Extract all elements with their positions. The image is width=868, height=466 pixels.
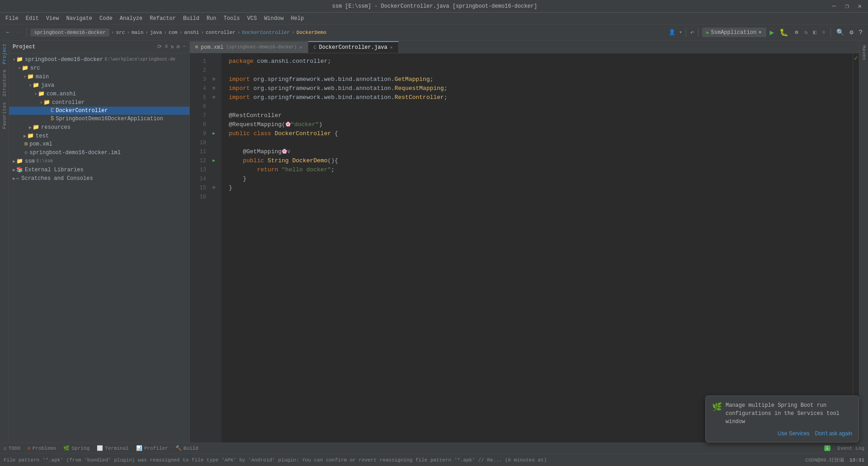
toolbar-undo[interactable]: ↶ [690,28,694,37]
collapse-all-icon[interactable]: ≡ [165,43,168,50]
tab-dockercontroller[interactable]: C DockerController.java ✕ [308,41,399,53]
tree-item-iml[interactable]: ◇ springboot-demo16-docker.iml [9,148,189,157]
menu-navigate[interactable]: Navigate [62,14,96,23]
tree-item-main[interactable]: ▾ 📁 main [9,72,189,81]
structure-toggle[interactable]: Structure [1,67,8,99]
minimize-panel-icon[interactable]: − [183,43,186,50]
folder-arrow-external-libs[interactable]: ▶ [13,167,15,173]
folder-arrow-scratches[interactable]: ▶ [13,176,15,181]
tab-pomxml[interactable]: m pom.xml (springboot-demo16-docker) ✕ [190,41,308,53]
menu-tools[interactable]: Tools [220,14,244,23]
update-button[interactable]: ↻ [802,29,809,36]
menu-edit[interactable]: Edit [22,14,42,23]
tree-item-test[interactable]: ▶ 📁 test [9,132,189,140]
run-config-chevron[interactable]: ▾ [758,29,761,36]
window-controls[interactable]: — ❐ ✕ [830,1,864,11]
tree-item-ssm[interactable]: ▶ 📁 ssm E:\ssm [9,157,189,165]
tab-profiler[interactable]: 📊 Profiler [136,445,168,451]
settings-button[interactable]: ⚙ [848,28,855,36]
tree-item-external-libs[interactable]: ▶ 📚 External Libraries [9,165,189,174]
help-button[interactable]: ? [857,29,864,36]
tree-item-pomxml[interactable]: m pom.xml [9,140,189,148]
breadcrumb-sep-5: › [179,30,183,35]
fold-marker-3[interactable]: ⊖ [212,77,215,82]
search-everywhere-button[interactable]: 🔍 [835,28,846,36]
tab-dockercontroller-close[interactable]: ✕ [390,45,393,50]
menu-refactor[interactable]: Refactor [146,14,179,23]
toolbar-forward-button[interactable]: → [14,28,23,37]
breadcrumb-src[interactable]: src [116,30,125,35]
menu-run[interactable]: Run [203,14,220,23]
tab-spring[interactable]: 🌿 Spring [63,445,90,451]
fold-marker-12[interactable]: ▶ [212,158,215,163]
tree-item-springboot[interactable]: ▾ 📁 springboot-demo16-docker E:\workplac… [9,55,189,64]
tree-item-java[interactable]: ▾ 📁 java [9,81,189,89]
folder-arrow-resources[interactable]: ▶ [29,125,32,130]
coverage-button[interactable]: ⚙ [792,28,801,37]
folder-arrow-controller[interactable]: ▾ [40,100,42,105]
menu-build[interactable]: Build [179,14,203,23]
menu-vcs[interactable]: VCS [244,14,261,23]
event-log-badge: 1 [824,445,830,451]
folder-arrow-src[interactable]: ▾ [18,66,21,71]
user-icon[interactable]: 👤 ▾ [669,29,682,36]
project-badge[interactable]: springboot-demo16-docker [30,28,109,37]
fold-marker-9[interactable]: ▶ [212,131,215,136]
tree-item-resources[interactable]: ▶ 📁 resources [9,123,189,132]
sync-files-icon[interactable]: ⟳ [157,43,162,50]
favorites-toggle[interactable]: Favorites [1,99,8,132]
folder-arrow-com-anshi[interactable]: ▾ [34,91,37,97]
project-panel-toggle[interactable]: Project [1,41,8,67]
breadcrumb-controller[interactable]: controller [206,30,236,35]
use-services-button[interactable]: Use Services [778,430,810,437]
build-artifacts-button[interactable]: ◧ [811,29,818,36]
maximize-button[interactable]: ❐ [842,1,851,11]
event-log-label[interactable]: Event Log [838,446,864,451]
close-button[interactable]: ✕ [855,1,864,11]
stop-button[interactable]: ■ [820,29,827,36]
menu-window[interactable]: Window [260,14,287,23]
tab-terminal[interactable]: ⬜ Terminal [97,445,129,451]
project-sort-icon[interactable]: ⇅ [170,43,174,50]
run-config-dropdown[interactable]: ▶ SsmApplication ▾ [702,28,766,37]
tab-pomxml-close[interactable]: ✕ [299,45,302,50]
debug-button[interactable]: 🐛 [778,28,790,37]
dont-ask-again-button[interactable]: Don't ask again [815,430,852,437]
folder-icon-resources: 📁 [33,124,39,131]
minimize-button[interactable]: — [830,1,839,11]
fold-marker-4[interactable]: ⊖ [212,86,215,91]
menu-help[interactable]: Help [287,14,307,23]
breadcrumb-main[interactable]: main [132,30,143,35]
tab-todo[interactable]: ☑ TODO [4,445,20,451]
run-button[interactable]: ▶ [768,28,776,37]
breadcrumb-dockercontroller[interactable]: DockerController [242,30,290,35]
project-settings-icon[interactable]: ⚙ [177,43,180,50]
folder-arrow-test[interactable]: ▶ [24,133,26,139]
folder-arrow-springboot[interactable]: ▾ [13,57,15,62]
tree-item-com-anshi[interactable]: ▾ 📁 com.anshi [9,89,189,98]
folder-arrow-java[interactable]: ▾ [29,83,32,88]
maven-toggle[interactable]: Maven [860,42,868,63]
tree-item-springbootapp[interactable]: S SpringbootDemo16DockerApplication [9,115,189,123]
menu-analyze[interactable]: Analyze [116,14,146,23]
breadcrumb-com[interactable]: com [169,30,178,35]
breadcrumb-dockerdemo[interactable]: DockerDemo [297,30,326,35]
tab-build[interactable]: 🔨 Build [175,445,198,451]
breadcrumb-java[interactable]: java [150,30,162,35]
fold-marker-5[interactable]: ⊖ [212,95,215,100]
folder-arrow-ssm[interactable]: ▶ [13,159,15,164]
tree-item-scratches[interactable]: ▶ ✏ Scratches and Consoles [9,174,189,183]
tree-item-controller[interactable]: ▾ 📁 controller [9,98,189,107]
breadcrumb-anshi[interactable]: anshi [184,30,199,35]
toolbar-back-button[interactable]: ← [4,28,12,37]
tree-item-src[interactable]: ▾ 📁 src [9,64,189,72]
fold-marker-15[interactable]: ⊖ [212,185,215,190]
menu-code[interactable]: Code [96,14,116,23]
menu-file[interactable]: File [2,14,22,23]
folder-arrow-main[interactable]: ▾ [24,74,26,80]
code-editor[interactable]: package com.anshi.controller; import org… [222,53,853,442]
project-panel-icons[interactable]: ⟳ ≡ ⇅ ⚙ − [157,43,186,50]
tab-problems[interactable]: ⊘ Problems [28,445,56,451]
menu-view[interactable]: View [42,14,63,23]
tree-item-dockercontroller[interactable]: C DockerController [9,107,189,115]
